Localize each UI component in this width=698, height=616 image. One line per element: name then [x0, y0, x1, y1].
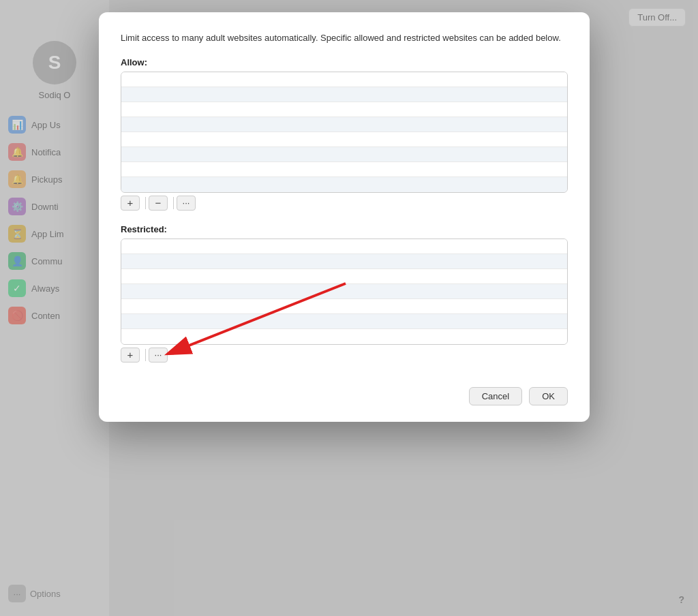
restricted-list-row — [121, 239, 567, 254]
content-restrictions-modal: Limit access to many adult websites auto… — [99, 12, 590, 422]
controls-divider — [145, 349, 146, 361]
restricted-label: Restricted: — [121, 224, 568, 234]
more-icon: ··· — [155, 350, 162, 360]
modal-description: Limit access to many adult websites auto… — [121, 31, 568, 45]
allow-list-row — [121, 132, 567, 147]
controls-divider — [173, 197, 174, 209]
controls-divider — [145, 197, 146, 209]
restricted-list — [121, 238, 568, 345]
restricted-list-row — [121, 269, 567, 284]
allow-list-row — [121, 117, 567, 132]
restricted-list-row — [121, 254, 567, 269]
restricted-controls-wrapper: + ··· — [121, 345, 568, 376]
restricted-add-button[interactable]: + — [121, 348, 140, 363]
restricted-more-button[interactable]: ··· — [149, 348, 168, 363]
allow-remove-button[interactable]: − — [149, 196, 168, 211]
allow-more-button[interactable]: ··· — [177, 196, 196, 211]
allow-list-row — [121, 177, 567, 192]
restricted-list-row — [121, 329, 567, 344]
allow-list — [121, 72, 568, 193]
allow-list-row — [121, 87, 567, 102]
allow-list-row — [121, 147, 567, 162]
allow-list-row — [121, 162, 567, 177]
restricted-list-row — [121, 299, 567, 314]
ok-button[interactable]: OK — [529, 387, 568, 405]
allow-controls: + − ··· — [121, 196, 568, 211]
modal-footer: Cancel OK — [121, 387, 568, 405]
restricted-controls: + ··· — [121, 348, 568, 363]
more-icon: ··· — [183, 198, 190, 208]
allow-add-button[interactable]: + — [121, 196, 140, 211]
allow-list-row — [121, 102, 567, 117]
restricted-list-row — [121, 314, 567, 329]
restricted-list-row — [121, 284, 567, 299]
allow-list-row — [121, 72, 567, 87]
allow-label: Allow: — [121, 57, 568, 67]
cancel-button[interactable]: Cancel — [469, 387, 522, 405]
